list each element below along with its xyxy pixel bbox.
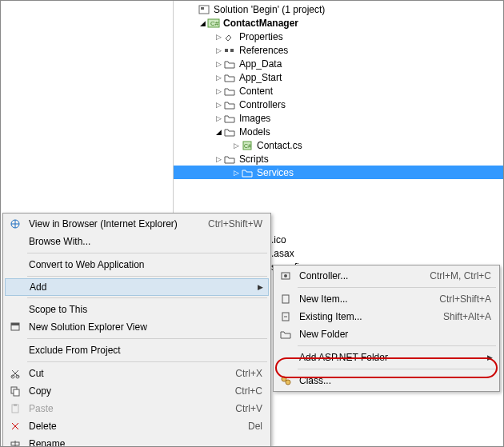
menu-cut[interactable]: Cut Ctrl+X [5, 365, 269, 382]
solution-label: Solution 'Begin' (1 project) [214, 4, 330, 15]
controller-icon [275, 267, 296, 285]
controllers-node[interactable]: ▷ Controllers [174, 98, 503, 111]
menu-separator [27, 253, 267, 253]
folder-icon [223, 58, 236, 70]
references-icon [223, 45, 236, 56]
menu-add-new-item[interactable]: New Item... Ctrl+Shift+A [275, 290, 498, 308]
folder-icon [223, 126, 236, 138]
menu-add-existing-item[interactable]: Existing Item... Shift+Alt+A [275, 308, 498, 325]
node-label: Scripts [239, 154, 274, 165]
wrench-icon [223, 31, 236, 42]
svg-rect-1 [201, 7, 204, 10]
csharp-project-icon: C# [207, 18, 220, 29]
submenu-arrow-icon: ▶ [487, 353, 493, 361]
menu-paste: Paste Ctrl+V [5, 400, 269, 417]
folder-icon [223, 99, 236, 110]
models-node[interactable]: ◢ Models [174, 125, 503, 138]
peek-asax[interactable]: .asax [271, 246, 309, 260]
appstart-node[interactable]: ▷ App_Start [174, 70, 503, 84]
project-label: ContactManager [223, 18, 303, 29]
node-label: Models [239, 126, 275, 138]
services-node[interactable]: ▷ Services [174, 166, 503, 179]
submenu-arrow-icon: ▶ [258, 283, 263, 291]
svg-rect-10 [11, 323, 19, 325]
scripts-node[interactable]: ▷ Scripts [174, 152, 503, 166]
expander-icon[interactable]: ▷ [214, 74, 223, 82]
content-node[interactable]: ▷ Content [174, 84, 503, 98]
copy-icon [5, 382, 26, 400]
svg-point-24 [286, 380, 290, 385]
menu-add[interactable]: Add ▶ [5, 278, 269, 296]
menu-separator [298, 287, 496, 288]
properties-node[interactable]: ▷ Properties [174, 30, 503, 43]
paste-icon [5, 400, 26, 417]
expander-icon[interactable]: ▷ [214, 33, 223, 41]
node-label: App_Data [239, 58, 286, 70]
folder-icon [223, 72, 236, 83]
svg-rect-4 [225, 49, 228, 52]
svg-point-20 [284, 274, 287, 277]
references-node[interactable]: ▷ References [174, 43, 503, 57]
csharp-file-icon: C# [241, 140, 254, 151]
solution-node[interactable]: Solution 'Begin' (1 project) [174, 2, 503, 16]
expander-icon[interactable]: ▷ [214, 114, 223, 122]
expander-icon[interactable]: ▷ [231, 142, 241, 150]
menu-copy[interactable]: Copy Ctrl+C [5, 382, 269, 400]
context-menu-add: Controller... Ctrl+M, Ctrl+C New Item...… [273, 265, 500, 392]
expander-icon[interactable]: ◢ [214, 128, 223, 136]
cut-icon [5, 365, 26, 382]
existing-item-icon [275, 308, 296, 325]
svg-text:C#: C# [210, 20, 219, 27]
folder-icon [223, 113, 236, 124]
contact-cs-node[interactable]: ▷ C# Contact.cs [174, 138, 503, 152]
expander-icon[interactable]: ▷ [214, 87, 223, 95]
expander-icon[interactable]: ▷ [214, 101, 223, 109]
folder-icon [241, 167, 254, 178]
peek-ico[interactable]: .ico [271, 233, 309, 246]
project-node[interactable]: ◢ C# ContactManager [174, 16, 503, 30]
context-menu-main: View in Browser (Internet Explorer) Ctrl… [2, 213, 271, 447]
browser-icon [5, 215, 26, 233]
expander-icon[interactable]: ▷ [214, 60, 223, 68]
node-label: App_Start [239, 72, 286, 83]
svg-rect-14 [14, 389, 19, 396]
new-folder-icon [275, 325, 296, 343]
node-label: Images [239, 113, 275, 124]
node-label: References [239, 45, 293, 56]
delete-icon [5, 417, 26, 435]
folder-icon [223, 86, 236, 97]
rename-icon [5, 435, 26, 447]
node-label: Services [257, 167, 298, 178]
images-node[interactable]: ▷ Images [174, 111, 503, 125]
menu-view-in-browser[interactable]: View in Browser (Internet Explorer) Ctrl… [5, 215, 269, 233]
menu-browse-with[interactable]: Browse With... [5, 233, 269, 250]
menu-separator [27, 276, 267, 277]
svg-rect-21 [282, 295, 289, 303]
menu-separator [298, 345, 496, 346]
menu-separator [27, 361, 267, 362]
menu-convert-web[interactable]: Convert to Web Application [5, 256, 269, 273]
appdata-node[interactable]: ▷ App_Data [174, 57, 503, 70]
new-item-icon [275, 290, 296, 308]
node-label: Contact.cs [257, 140, 307, 151]
expander-icon[interactable]: ▷ [231, 169, 241, 177]
menu-add-aspnet-folder[interactable]: Add ASP.NET Folder ▶ [275, 349, 498, 366]
menu-new-sln-view[interactable]: New Solution Explorer View [5, 318, 269, 336]
menu-exclude[interactable]: Exclude From Project [5, 341, 269, 359]
menu-separator [298, 369, 496, 369]
expander-icon[interactable]: ▷ [214, 46, 223, 54]
expander-icon[interactable]: ▷ [214, 155, 223, 163]
menu-separator [27, 297, 267, 298]
expander-icon[interactable]: ◢ [198, 19, 207, 27]
menu-add-new-folder[interactable]: New Folder [275, 325, 498, 343]
menu-add-controller[interactable]: Controller... Ctrl+M, Ctrl+C [275, 267, 498, 285]
svg-text:C#: C# [244, 143, 251, 149]
menu-add-class[interactable]: Class... [275, 372, 498, 389]
menu-rename[interactable]: Rename [5, 435, 269, 447]
folder-icon [223, 154, 236, 165]
menu-delete[interactable]: Delete Del [5, 417, 269, 435]
window-icon [5, 318, 26, 336]
menu-scope[interactable]: Scope to This [5, 301, 269, 318]
svg-rect-16 [14, 404, 17, 406]
class-icon [275, 372, 296, 389]
